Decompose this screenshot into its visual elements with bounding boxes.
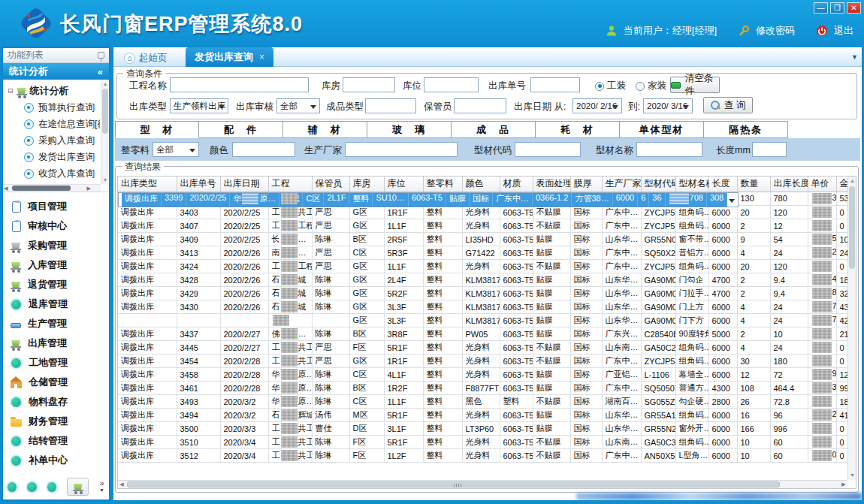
- column-header[interactable]: 材质: [500, 177, 533, 192]
- tree-item[interactable]: 收货入库查询: [5, 165, 100, 182]
- sidebar-item-补单中心[interactable]: 补单中心: [3, 451, 109, 470]
- warehouse-input[interactable]: [343, 77, 395, 92]
- table-row[interactable]: 调拨出库34242020/2/26工工程严思G区1L1F整料光身料6063-T5…: [118, 260, 856, 273]
- material-tab-型材[interactable]: 型 材: [115, 121, 199, 138]
- scroll-left-icon[interactable]: ◀: [4, 185, 8, 192]
- profile-code-input[interactable]: [515, 142, 581, 157]
- tab-list-dropdown-icon[interactable]: ▼: [851, 53, 858, 61]
- column-header[interactable]: 长度: [708, 177, 737, 192]
- column-header[interactable]: 型材名称: [675, 177, 708, 192]
- scroll-up-icon[interactable]: ▲: [101, 80, 109, 88]
- table-row[interactable]: 调拨出库34132020/2/26南…严思C区5R3F整料G714226063-…: [118, 246, 856, 260]
- product-type-input[interactable]: [365, 98, 416, 113]
- table-horizontal-scrollbar[interactable]: ◀ ▶: [118, 480, 847, 488]
- location-input[interactable]: [424, 77, 479, 92]
- minimize-button[interactable]: —: [814, 2, 828, 14]
- sidebar-item-采购管理[interactable]: 采购管理: [3, 236, 109, 255]
- tab-shipping-outbound-query[interactable]: 发货出库查询 ×: [186, 47, 273, 67]
- table-row[interactable]: 调拨出库35002020/3/3工共工程曹佳D区3L1F整料LT3P606063…: [118, 422, 856, 436]
- table-row[interactable]: 调拨出库34932020/3/2华原…陈琳C区1L1F整料黑色塑料不贴膜国标湖南…: [118, 395, 856, 409]
- scroll-thumb[interactable]: [849, 186, 855, 269]
- clear-conditions-button[interactable]: 清空条件: [670, 77, 720, 93]
- sidebar-item-审核中心[interactable]: 审核中心: [3, 216, 109, 236]
- column-header[interactable]: 生产厂家: [602, 177, 641, 192]
- column-header[interactable]: 出库长度: [770, 177, 808, 192]
- scroll-right-icon[interactable]: ▶: [87, 185, 91, 192]
- column-header[interactable]: 型材代码: [641, 177, 675, 192]
- column-header[interactable]: 库房: [349, 177, 384, 192]
- column-header[interactable]: 膜厚: [570, 177, 602, 192]
- table-row[interactable]: 调拨出库34292020/2/26石城陈琳G区5R2F整料KLM38176063…: [118, 287, 856, 300]
- tree-item[interactable]: 发货出库查询: [5, 149, 100, 165]
- table-row[interactable]: 调拨出库34452020/2/27工共工程严思F区5R1F整料光身料6063-T…: [118, 341, 856, 355]
- project-name-input[interactable]: [170, 77, 309, 92]
- table-row[interactable]: 调拨出库35122020/3/4工共工程陈琳F区1L2F整料光身料6063-T5…: [118, 449, 856, 463]
- column-header[interactable]: 保管员: [312, 177, 349, 192]
- cart-module-button[interactable]: [67, 478, 89, 496]
- column-header[interactable]: 库位: [384, 177, 423, 192]
- scroll-down-icon[interactable]: ▼: [848, 471, 856, 480]
- column-header[interactable]: 工程: [268, 177, 312, 192]
- material-tab-隔热条[interactable]: 隔热条: [704, 121, 788, 138]
- column-header[interactable]: 数量: [737, 177, 770, 192]
- scroll-right-icon[interactable]: ▶: [840, 481, 847, 488]
- length-input[interactable]: [752, 142, 787, 157]
- column-header[interactable]: 颜色: [462, 177, 500, 192]
- column-header[interactable]: 出库单号: [177, 177, 220, 192]
- profile-name-input[interactable]: [636, 142, 702, 157]
- scroll-thumb[interactable]: [12, 186, 71, 191]
- whole-part-select[interactable]: 全部: [153, 142, 199, 157]
- table-vertical-scrollbar[interactable]: ▲ ▼: [847, 177, 856, 480]
- collapsed-module-icon[interactable]: [47, 482, 56, 492]
- column-header[interactable]: 出库日期: [220, 177, 268, 192]
- sidebar-item-结转管理[interactable]: 结转管理: [3, 431, 109, 451]
- material-tab-玻璃[interactable]: 玻 璃: [367, 121, 452, 138]
- material-tab-单体型材[interactable]: 单体型材: [620, 121, 704, 138]
- tab-close-icon[interactable]: ×: [259, 52, 264, 62]
- audit-select[interactable]: 全部: [276, 98, 320, 113]
- color-input[interactable]: [232, 142, 295, 157]
- manufacturer-input[interactable]: [345, 142, 458, 157]
- material-tab-配件[interactable]: 配 件: [199, 121, 283, 138]
- scroll-thumb[interactable]: [102, 89, 108, 134]
- column-header[interactable]: 单价: [808, 177, 836, 192]
- table-row[interactable]: 调拨出库34032020/2/25工共工程严思G区1R1F整料光身料6063-T…: [118, 206, 856, 219]
- table-row[interactable]: 调拨出库34072020/2/25工工程严思G区1L1F整料光身料6063-T5…: [118, 219, 856, 233]
- sidebar-item-入库管理[interactable]: 入库管理: [3, 255, 109, 275]
- table-row[interactable]: 调拨出库34302020/2/26石城陈琳G区3L3F整料KLM38176063…: [118, 300, 856, 314]
- sidebar-item-工地管理[interactable]: 工地管理: [3, 353, 109, 373]
- tab-home[interactable]: ⌂ 起始页: [116, 50, 175, 67]
- sidebar-item-退货管理[interactable]: 退货管理: [3, 275, 109, 294]
- search-button[interactable]: 查 询: [703, 97, 753, 113]
- tree-item[interactable]: 预算执行查询: [5, 99, 100, 116]
- material-tab-辅材[interactable]: 辅 材: [283, 121, 367, 138]
- collapse-icon[interactable]: «: [98, 66, 103, 77]
- table-row[interactable]: 调拨出库34612020/2/28华原…陈琳B区1R2F整料F8877FT606…: [118, 382, 856, 395]
- table-row[interactable]: 调拨出库34372020/2/27佛…陈琳B区3R8F整料PW056063-T5…: [118, 327, 856, 341]
- table-row[interactable]: 调拨出库35102020/3/4工共工程陈琳F区5R1F整料光身料6063-T5…: [118, 436, 856, 449]
- material-tab-成品[interactable]: 成 品: [452, 121, 536, 138]
- date-to-picker[interactable]: 2020/ 3/16: [643, 98, 693, 113]
- sidebar-item-财务管理[interactable]: 财务管理: [3, 412, 109, 431]
- close-button[interactable]: ✕: [847, 2, 861, 14]
- table-row[interactable]: 调拨出库33992020/2/25华原…严思C区2L1F整料SU10…6063-…: [118, 192, 739, 207]
- tree-item[interactable]: 在途信息查询[待: [5, 116, 100, 132]
- column-header[interactable]: 表面处理: [533, 177, 570, 192]
- table-row[interactable]: 调拨出库34942020/3/2石辉城汤伟M区5R1F整料光身料6063-T5贴…: [118, 409, 856, 422]
- tree-vertical-scrollbar[interactable]: ▲ ▼: [101, 80, 109, 184]
- sidebar-item-仓储管理[interactable]: 仓储管理: [3, 373, 109, 392]
- material-tab-耗材[interactable]: 耗 材: [536, 121, 620, 138]
- sidebar-item-物料盘存[interactable]: 物料盘存: [3, 392, 109, 412]
- collapsed-module-icon[interactable]: [27, 482, 36, 492]
- table-row[interactable]: 调拨出库34092020/2/25长…陈琳B区2R5F整料LI35HD6063-…: [118, 233, 856, 246]
- table-row[interactable]: 调拨出库34282020/2/26石城陈琳G区2L4F整料KLM38176063…: [118, 273, 856, 287]
- tree-item[interactable]: 采购入库查询: [5, 132, 100, 149]
- more-options-button[interactable]: » ▼: [99, 480, 104, 493]
- sidebar-item-生产管理[interactable]: 生产管理: [3, 314, 109, 333]
- table-row[interactable]: 调拨出库34542020/2/28工共工程严思G区1R1F整料光身料6063-T…: [118, 355, 856, 368]
- tree-root[interactable]: ⊟ 统计分析: [5, 83, 100, 99]
- expand-icon[interactable]: ⊟: [8, 87, 14, 95]
- sidebar-item-项目管理[interactable]: 项目管理: [3, 197, 109, 216]
- scroll-down-icon[interactable]: ▼: [101, 176, 109, 184]
- scroll-up-icon[interactable]: ▲: [848, 177, 856, 186]
